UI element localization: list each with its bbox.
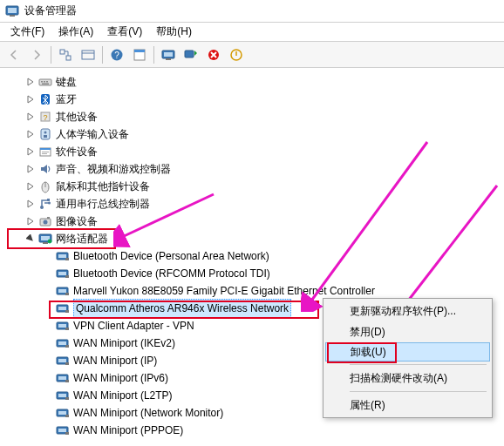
help-button[interactable]: ? (106, 44, 127, 65)
device-label: WAN Miniport (PPPOE) (73, 422, 183, 439)
context-separator (350, 364, 487, 365)
svg-rect-1 (8, 8, 17, 13)
nic-icon (56, 406, 70, 420)
svg-rect-62 (58, 359, 66, 362)
svg-point-37 (44, 220, 48, 225)
uninstall-button[interactable] (203, 44, 224, 65)
chevron-right-icon[interactable] (24, 215, 37, 227)
device-label: Bluetooth Device (Personal Area Network) (73, 247, 269, 265)
window-title: 设备管理器 (24, 3, 77, 18)
chevron-right-icon[interactable] (24, 198, 37, 210)
tree-device[interactable]: Marvell Yukon 88E8059 Family PCI-E Gigab… (5, 282, 504, 300)
tree-category[interactable]: 蓝牙 (5, 91, 504, 108)
chevron-down-icon[interactable] (24, 233, 37, 245)
category-icon (38, 127, 52, 141)
device-label: WAN Miniport (IP) (73, 352, 157, 369)
scan-hardware-button[interactable] (180, 44, 201, 65)
nic-icon (56, 371, 70, 385)
context-disable[interactable]: 禁用(D) (325, 321, 490, 342)
svg-rect-9 (134, 50, 145, 52)
tree-category[interactable]: 鼠标和其他指针设备 (5, 178, 504, 195)
svg-rect-41 (43, 242, 48, 244)
show-hidden-button[interactable] (78, 44, 99, 65)
category-label: 声音、视频和游戏控制器 (56, 160, 171, 178)
category-icon (38, 197, 52, 211)
back-button[interactable] (3, 44, 24, 65)
svg-text:?: ? (43, 113, 47, 122)
toolbar-separator (153, 46, 154, 64)
tree-category[interactable]: 声音、视频和游戏控制器 (5, 160, 504, 178)
device-label: WAN Miniport (IPv6) (73, 369, 168, 387)
device-label: Marvell Yukon 88E8059 Family PCI-E Gigab… (73, 282, 375, 300)
tree-category[interactable]: 图像设备 (5, 213, 504, 230)
device-label: Qualcomm Atheros AR946x Wireless Network (73, 299, 291, 318)
svg-rect-53 (58, 307, 66, 310)
svg-rect-44 (58, 254, 66, 258)
menu-file[interactable]: 文件(F) (3, 23, 51, 41)
category-label: 其他设备 (56, 108, 98, 125)
tree-category[interactable]: 键盘 (5, 73, 504, 91)
svg-rect-19 (46, 81, 48, 83)
nic-icon (56, 284, 70, 298)
nic-icon (56, 319, 70, 333)
tree-category-network[interactable]: 网络适配器 (5, 230, 504, 247)
computer-button[interactable] (158, 44, 179, 65)
tree-device[interactable]: Bluetooth Device (RFCOMM Protocol TDI) (5, 265, 504, 282)
properties-button[interactable] (129, 44, 150, 65)
toolbar-separator (51, 46, 51, 64)
nic-icon (56, 389, 70, 402)
chevron-right-icon[interactable] (24, 180, 37, 193)
svg-rect-57 (65, 328, 69, 330)
forward-button[interactable] (26, 44, 47, 65)
svg-rect-65 (58, 376, 66, 380)
category-icon (38, 145, 52, 159)
tree-category[interactable]: 人体学输入设备 (5, 125, 504, 143)
svg-rect-5 (82, 51, 94, 59)
tree-category[interactable]: 软件设备 (5, 143, 504, 160)
tree-category[interactable]: ?其他设备 (5, 108, 504, 125)
chevron-right-icon[interactable] (24, 128, 37, 140)
context-properties[interactable]: 属性(R) (325, 395, 490, 416)
menu-help[interactable]: 帮助(H) (149, 23, 199, 41)
svg-rect-71 (58, 411, 66, 415)
nic-icon (56, 336, 70, 350)
context-uninstall[interactable]: 卸载(U) (325, 342, 490, 362)
svg-rect-72 (65, 415, 69, 417)
nic-icon (56, 354, 70, 368)
svg-rect-34 (47, 199, 50, 201)
svg-rect-51 (65, 293, 69, 295)
svg-rect-4 (66, 56, 71, 60)
device-label: Bluetooth Device (RFCOMM Protocol TDI) (73, 265, 270, 282)
svg-rect-68 (58, 394, 66, 397)
chevron-right-icon[interactable] (24, 145, 37, 158)
svg-rect-26 (44, 135, 47, 138)
menu-bar: 文件(F) 操作(A) 查看(V) 帮助(H) (0, 23, 504, 42)
enable-button[interactable] (226, 44, 247, 65)
device-label: WAN Miniport (IKEv2) (73, 334, 175, 352)
tree-device[interactable]: Bluetooth Device (Personal Area Network) (5, 247, 504, 265)
up-tree-button[interactable] (55, 44, 76, 65)
context-scan-changes[interactable]: 扫描检测硬件改动(A) (325, 368, 490, 389)
svg-rect-54 (65, 310, 69, 313)
nic-icon (56, 301, 70, 315)
tree-device[interactable]: WAN Miniport (PPPOE) (5, 422, 504, 439)
context-update-driver[interactable]: 更新驱动程序软件(P)... (325, 301, 490, 321)
category-icon (38, 179, 52, 193)
chevron-right-icon[interactable] (24, 76, 37, 88)
chevron-right-icon[interactable] (24, 163, 37, 175)
nic-icon (56, 249, 70, 263)
tree-category[interactable]: 通用串行总线控制器 (5, 195, 504, 213)
menu-action[interactable]: 操作(A) (51, 23, 100, 41)
svg-rect-12 (166, 58, 171, 60)
category-label: 蓝牙 (56, 91, 77, 108)
menu-view[interactable]: 查看(V) (100, 23, 149, 41)
chevron-right-icon[interactable] (24, 111, 37, 123)
svg-rect-24 (41, 129, 50, 139)
svg-rect-47 (58, 272, 66, 275)
svg-rect-75 (65, 432, 69, 435)
svg-rect-30 (42, 153, 47, 154)
svg-rect-48 (65, 275, 69, 278)
category-label: 人体学输入设备 (56, 125, 129, 143)
chevron-right-icon[interactable] (24, 93, 37, 105)
svg-rect-45 (65, 258, 69, 260)
